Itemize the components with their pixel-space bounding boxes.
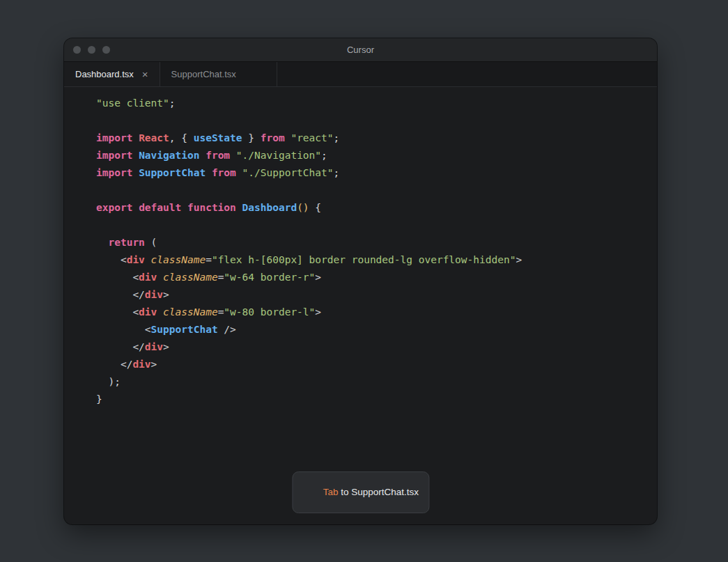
code-token: default xyxy=(139,202,181,213)
code-line: return ( xyxy=(96,234,644,251)
code-line xyxy=(96,112,644,130)
code-token: > xyxy=(315,306,321,318)
code-token: function xyxy=(187,202,236,213)
code-token: < xyxy=(96,254,127,265)
code-line: <SupportChat /> xyxy=(96,321,644,338)
code-token: useState xyxy=(194,132,242,143)
code-line: import React, { useState } from "react"; xyxy=(96,130,644,147)
code-token: "./SupportChat" xyxy=(242,167,334,178)
code-token: "flex h-[600px] border rounded-lg overfl… xyxy=(212,254,516,265)
code-token: export xyxy=(96,202,132,213)
code-token: from xyxy=(261,132,285,143)
code-token: </ xyxy=(96,341,145,352)
code-token xyxy=(199,150,206,161)
code-token xyxy=(236,167,242,178)
code-token: import xyxy=(96,150,132,161)
code-token: from xyxy=(206,150,230,161)
code-line xyxy=(96,182,644,199)
code-line: <div className="w-64 border-r"> xyxy=(96,269,644,286)
code-token xyxy=(96,237,108,248)
code-token: className xyxy=(163,272,218,283)
editor-pane: "use client"; import React, { useState }… xyxy=(64,87,657,524)
titlebar: Cursor xyxy=(64,38,657,62)
code-token: < xyxy=(96,306,139,318)
code-token: , { xyxy=(169,132,194,143)
code-token: ); xyxy=(96,376,121,387)
maximize-window-button[interactable] xyxy=(102,46,110,54)
code-token: "./Navigation" xyxy=(236,150,321,161)
code-token xyxy=(206,167,212,178)
code-line: </div> xyxy=(96,338,644,356)
code-token: React xyxy=(139,132,169,143)
close-tab-icon[interactable]: × xyxy=(142,69,148,79)
code-token xyxy=(132,167,139,178)
code-token: > xyxy=(315,272,321,283)
code-token: "w-80 border-l" xyxy=(224,306,315,318)
code-token: ; xyxy=(321,150,327,161)
code-token xyxy=(145,254,151,265)
hint-text: to SupportChat.tsx xyxy=(338,487,419,497)
code-token: ; xyxy=(169,97,176,109)
tab-label: Dashboard.tsx xyxy=(75,69,134,79)
code-token: } xyxy=(96,393,102,405)
code-token xyxy=(157,306,163,318)
code-token: { xyxy=(309,202,321,213)
code-token: Navigation xyxy=(139,150,199,161)
code-token: "w-64 border-r" xyxy=(224,272,315,283)
code-token: < xyxy=(96,272,139,283)
tab-label: SupportChat.tsx xyxy=(171,69,236,79)
code-token xyxy=(132,202,139,213)
close-window-button[interactable] xyxy=(73,46,81,54)
tab-bar: Dashboard.tsx × SupportChat.tsx xyxy=(64,62,657,87)
code-line: import SupportChat from "./SupportChat"; xyxy=(96,164,644,182)
code-token: > xyxy=(163,289,169,300)
code-token xyxy=(181,202,187,213)
code-token: div xyxy=(127,254,145,265)
code-token xyxy=(236,202,242,213)
code-line: export default function Dashboard() { xyxy=(96,199,644,217)
code-token: div xyxy=(145,341,163,352)
code-token: return xyxy=(108,237,144,248)
code-token: import xyxy=(96,132,132,143)
code-line: "use client"; xyxy=(96,95,644,112)
code-token: </ xyxy=(96,289,145,300)
code-token: className xyxy=(151,254,206,265)
autocomplete-hint: Tab to SupportChat.tsx xyxy=(292,471,429,513)
code-token: ( xyxy=(145,237,157,248)
code-token: "use client" xyxy=(96,97,169,109)
code-token xyxy=(132,132,139,143)
tab-dashboard[interactable]: Dashboard.tsx × xyxy=(64,62,160,86)
code-token: /> xyxy=(218,324,236,335)
desktop-background: Cursor Dashboard.tsx × SupportChat.tsx "… xyxy=(0,0,728,562)
code-token: "react" xyxy=(291,132,333,143)
code-token: Dashboard xyxy=(242,202,297,213)
code-token: > xyxy=(516,254,522,265)
code-token: className xyxy=(163,306,218,318)
code-area[interactable]: "use client"; import React, { useState }… xyxy=(64,87,657,408)
code-line: </div> xyxy=(96,286,644,304)
code-line xyxy=(96,217,644,234)
code-token: > xyxy=(151,359,157,370)
code-token: div xyxy=(139,272,157,283)
code-line: } xyxy=(96,391,644,408)
code-token: from xyxy=(212,167,236,178)
code-token xyxy=(132,150,139,161)
tab-key-label: Tab xyxy=(323,487,339,497)
minimize-window-button[interactable] xyxy=(88,46,95,54)
code-token: SupportChat xyxy=(151,324,218,335)
code-token: ; xyxy=(334,132,340,143)
code-line: ); xyxy=(96,373,644,391)
code-token: = xyxy=(206,254,212,265)
code-line: <div className="w-80 border-l"> xyxy=(96,304,644,321)
tab-supportchat[interactable]: SupportChat.tsx xyxy=(160,62,277,86)
code-line: <div className="flex h-[600px] border ro… xyxy=(96,251,644,269)
cursor-window: Cursor Dashboard.tsx × SupportChat.tsx "… xyxy=(64,38,657,524)
code-token: } xyxy=(242,132,261,143)
window-controls xyxy=(73,38,110,61)
code-token: SupportChat xyxy=(139,167,206,178)
code-token: div xyxy=(145,289,163,300)
code-token: < xyxy=(96,324,151,335)
code-token: ; xyxy=(334,167,340,178)
code-token: () xyxy=(297,202,309,213)
code-token: </ xyxy=(96,359,132,370)
